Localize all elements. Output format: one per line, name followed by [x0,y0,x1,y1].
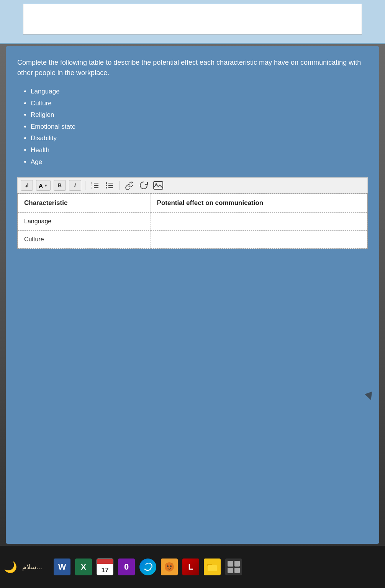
taskbar-calendar[interactable]: 17 [96,557,114,577]
unordered-list-button[interactable] [104,180,115,191]
table-row[interactable]: Language [18,213,367,231]
taskbar-animal[interactable] [160,557,179,577]
table-row[interactable]: Culture [18,231,367,249]
cell-culture-effect[interactable] [151,231,367,249]
refresh-button[interactable] [138,180,149,191]
instructions-text: Complete the following table to describe… [17,57,368,78]
svg-point-9 [106,182,107,184]
svg-point-11 [106,187,107,188]
grid-cell-3 [228,568,233,573]
l-icon[interactable]: L [182,559,199,575]
list-item-culture: Culture [31,98,368,110]
moon-icon: 🌙 [4,561,17,573]
editor-toolbar: ↲ A ▼ B I 1 2 3 [17,177,368,193]
font-dropdown-arrow: ▼ [44,183,48,188]
calendar-number: 17 [102,567,109,574]
font-button[interactable]: A ▼ [36,180,51,191]
svg-rect-13 [154,182,163,189]
cell-language[interactable]: Language [18,213,151,231]
svg-point-17 [170,565,172,567]
toolbar-divider-1 [85,181,85,190]
table-header-row: Characteristic Potential effect on commu… [18,194,367,213]
animal-icon[interactable] [161,559,178,575]
header-characteristic: Characteristic [18,194,151,213]
calendar-icon[interactable]: 17 [97,559,113,575]
taskbar-edge[interactable] [139,557,157,577]
taskbar-word[interactable]: W [53,557,71,577]
bold-button[interactable]: B [54,180,66,191]
taskbar-l-app[interactable]: L [182,557,200,577]
list-item-emotional-state: Emotional state [31,121,368,133]
cell-language-effect[interactable] [151,213,367,231]
document-textarea[interactable] [23,4,362,34]
characteristics-table: Characteristic Potential effect on commu… [17,193,368,249]
toolbar-divider-2 [119,181,120,190]
taskbar-grid[interactable] [224,557,243,577]
list-item-language: Language [31,86,368,98]
italic-button[interactable]: I [69,180,81,191]
list-item-disability: Disability [31,133,368,144]
svg-text:3: 3 [91,187,93,189]
svg-rect-22 [208,565,217,571]
link-button[interactable] [123,180,135,191]
taskbar-folder[interactable] [203,557,221,577]
taskbar-onenote[interactable]: 0 [117,557,136,577]
list-item-religion: Religion [31,109,368,121]
grid-cell-1 [228,561,233,567]
cell-culture[interactable]: Culture [18,231,151,249]
grid-cell-4 [234,568,240,573]
taskbar: 🌙 سلام... W X 17 0 [0,546,385,588]
edge-icon[interactable] [139,559,156,575]
ordered-list-button[interactable]: 1 2 3 [89,180,101,191]
grid-icon[interactable] [225,559,242,575]
document-top-area [0,0,385,44]
taskbar-user-label: سلام... [22,563,42,571]
list-item-age: Age [31,156,368,168]
onenote-icon[interactable]: 0 [118,559,135,575]
excel-icon[interactable]: X [75,559,92,575]
main-content-box: Complete the following table to describe… [6,46,379,544]
font-label: A [39,182,43,189]
header-effect: Potential effect on communication [151,194,367,213]
folder-icon[interactable] [204,559,221,575]
undo-button[interactable]: ↲ [21,180,33,191]
taskbar-excel[interactable]: X [74,557,93,577]
grid-cell-2 [234,561,240,567]
svg-point-10 [106,185,107,186]
word-icon[interactable]: W [54,559,70,575]
characteristic-list: Language Culture Religion Emotional stat… [17,86,368,168]
svg-point-16 [167,565,169,567]
image-button[interactable] [152,180,164,191]
list-item-health: Health [31,144,368,156]
